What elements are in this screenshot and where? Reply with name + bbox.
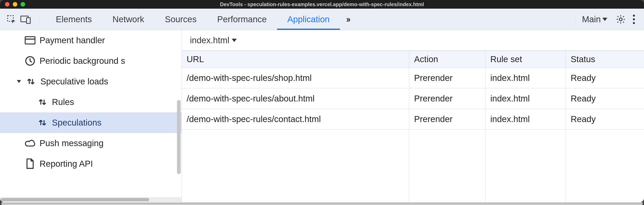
- table-row[interactable]: /demo-with-spec-rules/shop.html Prerende…: [182, 68, 644, 88]
- cell-text: index.html: [490, 73, 530, 83]
- ruleset-selector[interactable]: index.html: [182, 30, 644, 51]
- column-header-action[interactable]: Action: [409, 51, 485, 67]
- tab-application[interactable]: Application: [277, 9, 340, 30]
- cell-text: /demo-with-spec-rules/shop.html: [187, 73, 312, 83]
- tab-label: Sources: [165, 14, 196, 24]
- column-label: Action: [414, 54, 438, 64]
- credit-card-icon: [25, 35, 36, 46]
- svg-rect-4: [25, 37, 35, 44]
- traffic-lights: [0, 2, 25, 6]
- sidebar-item-push-messaging[interactable]: Push messaging: [0, 133, 182, 154]
- tab-elements[interactable]: Elements: [46, 9, 102, 30]
- tab-sources[interactable]: Sources: [154, 9, 207, 30]
- page-horizontal-scrollbar[interactable]: [1, 202, 643, 205]
- panel-body: Payment handler Periodic background s Sp…: [0, 30, 644, 202]
- sidebar-horizontal-scrollbar[interactable]: [0, 197, 182, 202]
- speculations-panel: index.html URL Action Rule set Status /d…: [182, 30, 644, 202]
- table-header-row: URL Action Rule set Status: [182, 51, 644, 68]
- chevron-down-icon: [17, 80, 21, 83]
- column-header-ruleset[interactable]: Rule set: [485, 51, 566, 67]
- chevron-down-icon: [602, 18, 607, 21]
- column-label: Rule set: [490, 54, 522, 64]
- more-options-button[interactable]: [628, 15, 640, 24]
- minimize-window-button[interactable]: [13, 2, 17, 6]
- cell-ruleset: index.html: [485, 88, 566, 109]
- sidebar-item-reporting-api[interactable]: Reporting API: [0, 154, 182, 174]
- cell-ruleset: index.html: [485, 109, 566, 129]
- sidebar-item-label: Speculations: [52, 118, 102, 128]
- sidebar-item-label: Rules: [52, 97, 74, 107]
- cell-text: Ready: [571, 114, 596, 124]
- tab-label: Application: [288, 14, 330, 24]
- sidebar-item-label: Push messaging: [40, 138, 104, 148]
- cell-url: /demo-with-spec-rules/shop.html: [182, 68, 409, 88]
- svg-rect-2: [26, 18, 30, 23]
- document-icon: [25, 159, 36, 169]
- gear-icon: [616, 14, 626, 24]
- target-selector[interactable]: Main: [582, 14, 607, 24]
- cell-text: Prerender: [414, 114, 452, 124]
- cell-action: Prerender: [409, 88, 485, 109]
- table-row[interactable]: /demo-with-spec-rules/contact.html Prere…: [182, 109, 644, 129]
- cell-text: index.html: [490, 94, 530, 104]
- svg-point-3: [619, 18, 622, 21]
- sidebar-item-speculative-loads[interactable]: Speculative loads: [0, 71, 182, 92]
- cell-url: /demo-with-spec-rules/about.html: [182, 88, 409, 109]
- more-tabs-button[interactable]: ››: [340, 14, 356, 24]
- swap-arrows-icon: [37, 97, 48, 107]
- tab-label: Performance: [217, 14, 266, 24]
- cell-text: /demo-with-spec-rules/about.html: [187, 94, 314, 104]
- column-header-status[interactable]: Status: [566, 51, 644, 67]
- table-row[interactable]: /demo-with-spec-rules/about.html Prerend…: [182, 88, 644, 109]
- sidebar-item-periodic-sync[interactable]: Periodic background s: [0, 51, 182, 71]
- speculations-table: URL Action Rule set Status /demo-with-sp…: [182, 51, 644, 202]
- scrollbar-thumb[interactable]: [177, 100, 181, 174]
- application-sidebar: Payment handler Periodic background s Sp…: [0, 30, 182, 202]
- cell-text: Ready: [571, 94, 596, 104]
- toolbar-separator: [576, 13, 576, 25]
- sidebar-item-speculations[interactable]: Speculations: [0, 112, 182, 133]
- sidebar-item-label: Payment handler: [40, 35, 105, 45]
- device-toolbar-icon[interactable]: [18, 12, 33, 26]
- column-header-url[interactable]: URL: [182, 51, 409, 67]
- sidebar-item-label: Reporting API: [40, 159, 93, 169]
- sidebar-item-rules[interactable]: Rules: [0, 92, 182, 112]
- tab-label: Elements: [56, 14, 92, 24]
- tab-performance[interactable]: Performance: [207, 9, 277, 30]
- scrollbar-thumb[interactable]: [1, 203, 643, 205]
- inspect-element-icon[interactable]: [4, 12, 18, 26]
- column-label: URL: [187, 54, 204, 64]
- cell-action: Prerender: [409, 109, 485, 129]
- window-title: DevTools - speculation-rules-examples.ve…: [0, 1, 644, 7]
- ruleset-label: index.html: [190, 35, 229, 45]
- swap-arrows-icon: [37, 117, 48, 128]
- cell-text: Ready: [571, 73, 596, 83]
- cell-text: Prerender: [414, 73, 452, 83]
- devtools-toolbar: Elements Network Sources Performance App…: [0, 9, 644, 30]
- sidebar-item-payment-handler[interactable]: Payment handler: [0, 30, 182, 51]
- cell-action: Prerender: [409, 68, 485, 88]
- expand-toggle[interactable]: [16, 80, 22, 83]
- cell-url: /demo-with-spec-rules/contact.html: [182, 109, 409, 129]
- cell-status: Ready: [566, 109, 644, 129]
- scrollbar-thumb[interactable]: [1, 198, 149, 201]
- panel-tabs: Elements Network Sources Performance App…: [46, 9, 340, 30]
- clock-icon: [25, 56, 36, 66]
- cell-status: Ready: [566, 88, 644, 109]
- cell-ruleset: index.html: [485, 68, 566, 88]
- tab-label: Network: [112, 14, 144, 24]
- sidebar-vertical-scrollbar[interactable]: [176, 30, 182, 197]
- cloud-icon: [25, 138, 36, 149]
- column-label: Status: [571, 54, 595, 64]
- devtools-window: DevTools - speculation-rules-examples.ve…: [0, 0, 644, 202]
- settings-button[interactable]: [614, 12, 628, 26]
- cell-text: Prerender: [414, 94, 452, 104]
- close-window-button[interactable]: [5, 2, 10, 6]
- tab-network[interactable]: Network: [102, 9, 154, 30]
- maximize-window-button[interactable]: [20, 2, 25, 6]
- chevron-down-icon: [232, 39, 237, 42]
- cell-text: /demo-with-spec-rules/contact.html: [187, 114, 321, 124]
- sidebar-item-label: Periodic background s: [40, 56, 125, 66]
- sidebar-item-label: Speculative loads: [40, 77, 108, 86]
- cell-status: Ready: [566, 68, 644, 88]
